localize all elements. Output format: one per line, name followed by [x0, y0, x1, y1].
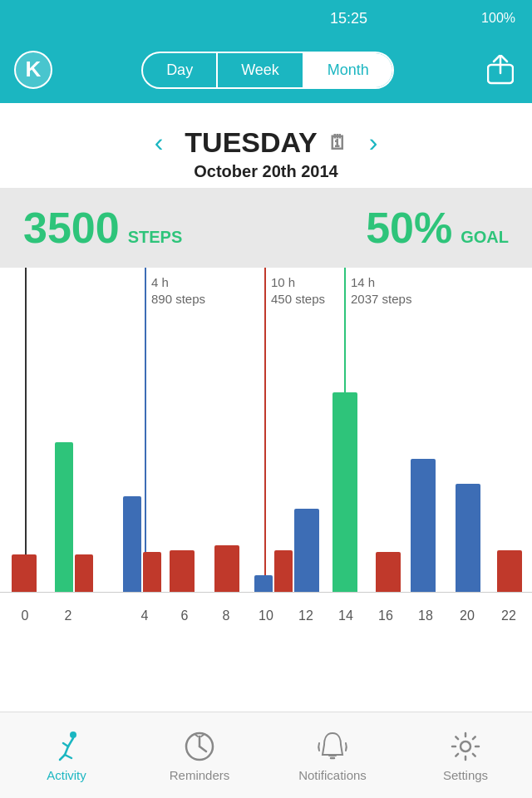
tab-day[interactable]: Day [143, 53, 218, 87]
svg-line-11 [200, 746, 206, 751]
annotation-4h: 4 h 890 steps [151, 274, 205, 307]
bars-0 [12, 554, 37, 592]
steps-label: STEPS [128, 228, 183, 247]
x-label-10: 10 [259, 608, 273, 623]
steps-count: 3500 [23, 203, 120, 253]
svg-point-16 [461, 741, 470, 751]
bars-10 [254, 550, 293, 592]
goal-percent: 50% [366, 203, 452, 253]
bars-14 [332, 392, 357, 592]
annotation-14h: 14 h 2037 steps [351, 274, 411, 307]
x-label-12: 12 [298, 608, 313, 623]
activity-icon [48, 728, 85, 765]
bars-6 [170, 550, 195, 592]
x-label-20: 20 [460, 608, 475, 623]
bars-12 [294, 509, 319, 592]
bars-8 [214, 545, 239, 592]
x-axis: 0 2 4 6 8 10 12 14 16 18 20 22 [0, 592, 532, 633]
x-label-0: 0 [22, 608, 29, 623]
svg-text:K: K [26, 57, 42, 81]
x-label-14: 14 [338, 608, 353, 623]
day-date: October 20th 2014 [194, 162, 337, 181]
svg-line-4 [68, 738, 73, 746]
nav-item-notifications[interactable]: Notifications [266, 728, 399, 782]
svg-line-6 [65, 746, 68, 755]
app-logo: K [13, 50, 53, 90]
vline-10h [264, 268, 266, 592]
nav-label-activity: Activity [47, 768, 86, 782]
bars-22 [497, 550, 522, 592]
goal-stat: 50% GOAL [366, 203, 509, 253]
vline-zero [25, 268, 27, 592]
day-navigation: ‹ TUESDAY 🗓 › October 20th 2014 [0, 103, 532, 188]
nav-label-reminders: Reminders [170, 768, 230, 782]
nav-item-settings[interactable]: Settings [399, 728, 532, 782]
x-label-4: 4 [141, 608, 149, 623]
svg-line-8 [65, 755, 71, 758]
status-battery: 100% [481, 11, 515, 26]
day-title: TUESDAY 🗓 [185, 126, 347, 159]
x-label-6: 6 [181, 608, 189, 623]
bars-16 [376, 552, 401, 592]
steps-stat: 3500 STEPS [23, 203, 182, 253]
x-label-16: 16 [378, 608, 393, 623]
activity-chart: 4 h 890 steps 10 h 450 steps 14 h 2037 s… [0, 268, 532, 633]
nav-label-notifications: Notifications [298, 768, 367, 782]
x-label-18: 18 [418, 608, 433, 623]
bars-2 [55, 442, 93, 592]
goal-label: GOAL [461, 228, 509, 247]
calendar-icon[interactable]: 🗓 [328, 131, 347, 155]
prev-day-button[interactable]: ‹ [146, 127, 172, 158]
notifications-icon [314, 728, 351, 765]
x-label-2: 2 [65, 608, 72, 623]
bottom-navigation: Activity Reminders Notifications [0, 712, 532, 798]
next-day-button[interactable]: › [361, 127, 387, 158]
x-label-8: 8 [223, 608, 230, 623]
status-bar: 15:25 100% [0, 0, 532, 37]
x-label-22: 22 [501, 608, 516, 623]
share-button[interactable] [482, 52, 519, 88]
tab-month[interactable]: Month [304, 53, 392, 87]
reminders-icon [181, 728, 218, 765]
bars-20 [456, 484, 480, 592]
view-tab-group: Day Week Month [141, 52, 394, 89]
status-time: 15:25 [330, 10, 367, 27]
svg-line-7 [60, 755, 65, 760]
stats-bar: 3500 STEPS 50% GOAL [0, 188, 532, 268]
nav-item-reminders[interactable]: Reminders [133, 728, 266, 782]
header: K Day Week Month [0, 37, 532, 103]
annotation-10h: 10 h 450 steps [271, 274, 325, 307]
tab-week[interactable]: Week [218, 53, 304, 87]
settings-icon [447, 728, 484, 765]
nav-label-settings: Settings [443, 768, 488, 782]
bars-4 [123, 496, 161, 592]
nav-item-activity[interactable]: Activity [0, 728, 133, 782]
bars-18 [411, 459, 436, 592]
